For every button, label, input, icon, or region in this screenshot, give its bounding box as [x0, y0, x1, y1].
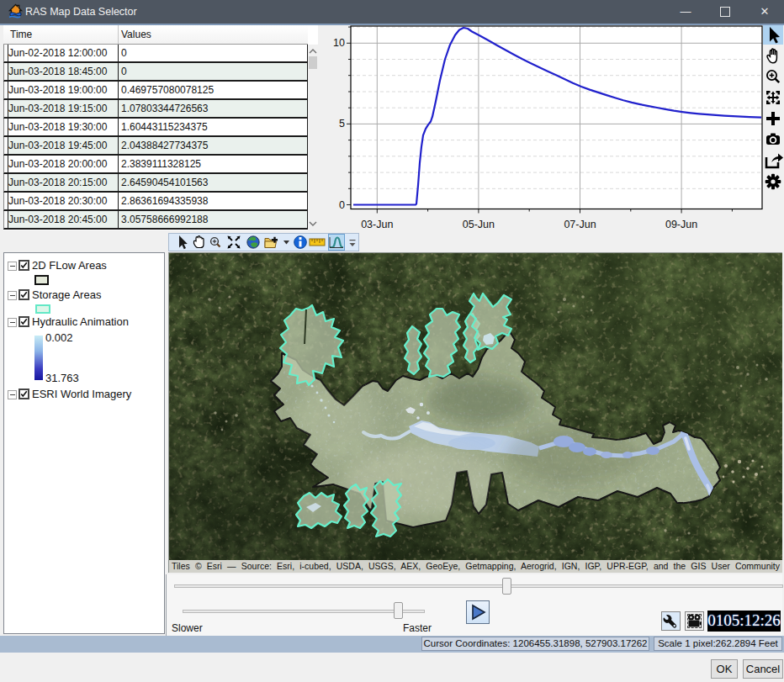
svg-text:10: 10: [333, 37, 345, 49]
svg-text:03-Jun: 03-Jun: [361, 219, 393, 230]
svg-text:0: 0: [339, 199, 345, 211]
svg-text:05-Jun: 05-Jun: [463, 219, 495, 230]
svg-text:09-Jun: 09-Jun: [665, 219, 697, 230]
svg-text:07-Jun: 07-Jun: [564, 219, 596, 230]
svg-text:5: 5: [339, 118, 345, 130]
